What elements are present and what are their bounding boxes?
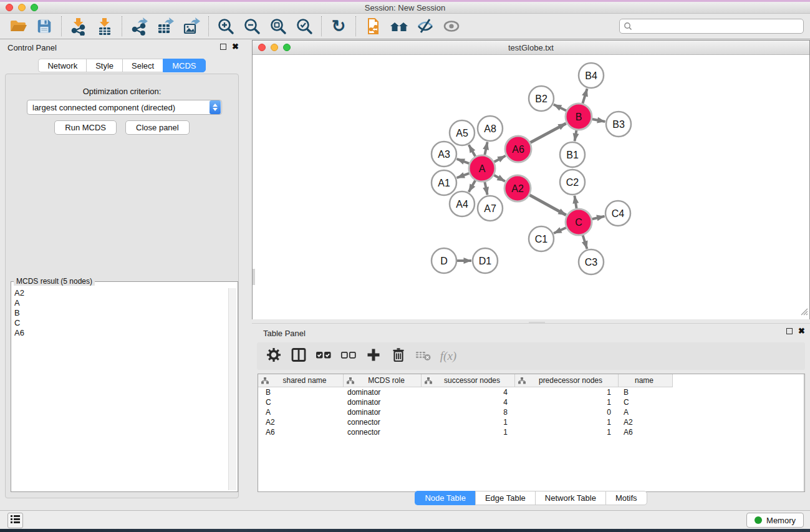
memory-button[interactable]: Memory — [746, 513, 804, 528]
zoom-in-button[interactable] — [213, 15, 239, 37]
graph-node[interactable]: A1 — [432, 170, 456, 195]
tab-style[interactable]: Style — [86, 59, 122, 72]
graph-edge[interactable] — [457, 159, 470, 163]
mcds-result-item[interactable]: A6 — [12, 328, 228, 338]
close-table-panel-icon[interactable]: ✖ — [798, 328, 805, 334]
graph-edge[interactable] — [485, 182, 487, 195]
graph-node[interactable]: C1 — [529, 226, 554, 251]
mcds-result-scrollbar[interactable] — [228, 288, 236, 490]
run-mcds-button[interactable]: Run MCDS — [54, 120, 117, 135]
graph-edge[interactable] — [592, 119, 605, 122]
export-network-button[interactable] — [126, 15, 152, 37]
search-input[interactable] — [619, 19, 804, 34]
column-header[interactable]: shared name — [258, 374, 344, 387]
table-row[interactable]: Adominator80A — [258, 407, 804, 417]
float-panel-icon[interactable] — [220, 44, 226, 50]
tab-network[interactable]: Network — [38, 59, 86, 72]
mcds-result-item[interactable]: A — [12, 298, 228, 308]
save-session-button[interactable] — [31, 15, 57, 37]
graph-edge[interactable] — [574, 196, 576, 209]
graph-edge[interactable] — [592, 216, 604, 219]
new-network-from-selection-button[interactable] — [360, 15, 386, 37]
graph-node[interactable]: A7 — [478, 196, 503, 221]
graph-node[interactable]: A — [469, 155, 495, 181]
zoom-out-button[interactable] — [239, 15, 265, 37]
network-canvas[interactable]: AA1A2A3A4A5A6A7A8BB1B2B3B4CC1C2C3C4DD1 — [253, 56, 809, 319]
deselect-all-button[interactable] — [339, 347, 358, 365]
graph-node[interactable]: C4 — [605, 201, 630, 226]
graph-edge[interactable] — [575, 130, 577, 142]
table-row[interactable]: A2connector11A2 — [258, 417, 804, 427]
tab-node-table[interactable]: Node Table — [415, 491, 475, 505]
task-history-button[interactable] — [7, 513, 23, 528]
mcds-result-item[interactable]: C — [12, 318, 228, 328]
graph-node[interactable]: B2 — [529, 86, 554, 111]
graph-edge[interactable] — [554, 228, 566, 233]
first-neighbors-button[interactable] — [386, 15, 412, 37]
zoom-fit-button[interactable] — [265, 15, 291, 37]
column-header[interactable]: name — [619, 374, 673, 387]
graph-edge[interactable] — [485, 142, 487, 155]
export-image-button[interactable] — [178, 15, 205, 37]
show-columns-button[interactable] — [289, 347, 308, 365]
graph-edge[interactable] — [469, 145, 475, 157]
network-graph[interactable]: AA1A2A3A4A5A6A7A8BB1B2B3B4CC1C2C3C4DD1 — [253, 56, 809, 319]
vertical-splitter-handle[interactable] — [253, 269, 255, 285]
column-header[interactable]: successor nodes — [422, 374, 515, 387]
table-row[interactable]: Cdominator41C — [258, 397, 804, 407]
select-all-button[interactable] — [314, 347, 333, 365]
graph-edge[interactable] — [582, 89, 587, 104]
graph-edge[interactable] — [554, 105, 566, 111]
refresh-button[interactable]: ↻ — [325, 15, 352, 37]
optimization-criterion-select[interactable]: largest connected component (directed) — [27, 100, 222, 115]
graph-node[interactable]: B4 — [579, 63, 604, 88]
graph-edge[interactable] — [583, 235, 587, 249]
delete-column-button[interactable] — [389, 347, 408, 365]
import-network-button[interactable] — [65, 15, 92, 37]
graph-node[interactable]: A6 — [505, 136, 531, 162]
graph-node[interactable]: A4 — [450, 191, 475, 216]
graph-node[interactable]: B1 — [560, 142, 585, 167]
show-all-button[interactable] — [438, 15, 465, 37]
open-file-button[interactable] — [5, 15, 31, 37]
graph-node[interactable]: A8 — [478, 116, 503, 141]
graph-node[interactable]: A3 — [432, 142, 456, 167]
tab-select[interactable]: Select — [122, 59, 163, 72]
delete-table-button[interactable] — [414, 347, 433, 365]
table-row[interactable]: Bdominator41B — [258, 387, 804, 397]
graph-edge[interactable] — [494, 156, 505, 162]
mcds-result-item[interactable]: B — [12, 308, 228, 318]
add-column-button[interactable] — [364, 347, 383, 365]
graph-node[interactable]: D — [432, 248, 456, 273]
column-header[interactable]: predecessor nodes — [515, 374, 619, 387]
resize-grip-icon[interactable] — [800, 307, 808, 318]
float-table-panel-icon[interactable] — [786, 328, 793, 334]
graph-node[interactable]: D1 — [473, 248, 498, 273]
graph-node[interactable]: C — [566, 209, 592, 235]
table-scrollbar[interactable] — [803, 374, 804, 491]
graph-node[interactable]: B3 — [606, 112, 631, 137]
close-panel-icon[interactable]: ✖ — [232, 44, 239, 50]
import-table-button[interactable] — [92, 15, 118, 37]
mcds-result-item[interactable]: A2 — [12, 288, 228, 298]
graph-edge[interactable] — [530, 123, 566, 143]
column-header[interactable]: MCDS role — [344, 374, 422, 387]
graph-node[interactable]: A2 — [504, 175, 531, 201]
zoom-selected-button[interactable] — [291, 15, 317, 37]
graph-edge[interactable] — [457, 173, 470, 178]
graph-node[interactable]: C3 — [579, 249, 604, 274]
tab-mcds[interactable]: MCDS — [163, 59, 205, 72]
tab-network-table[interactable]: Network Table — [535, 491, 605, 505]
graph-node[interactable]: A5 — [450, 120, 475, 145]
graph-node[interactable]: B — [566, 104, 592, 130]
graph-edge[interactable] — [469, 180, 475, 192]
graph-node[interactable]: C2 — [560, 170, 585, 195]
hide-selected-button[interactable] — [412, 15, 438, 37]
export-table-button[interactable] — [152, 15, 178, 37]
graph-edge[interactable] — [494, 175, 505, 181]
tab-edge-table[interactable]: Edge Table — [475, 491, 535, 505]
table-settings-button[interactable] — [264, 347, 283, 365]
graph-edge[interactable] — [529, 195, 566, 215]
table-row[interactable]: A6connector11A6 — [258, 427, 804, 437]
close-panel-button[interactable]: Close panel — [125, 120, 190, 135]
